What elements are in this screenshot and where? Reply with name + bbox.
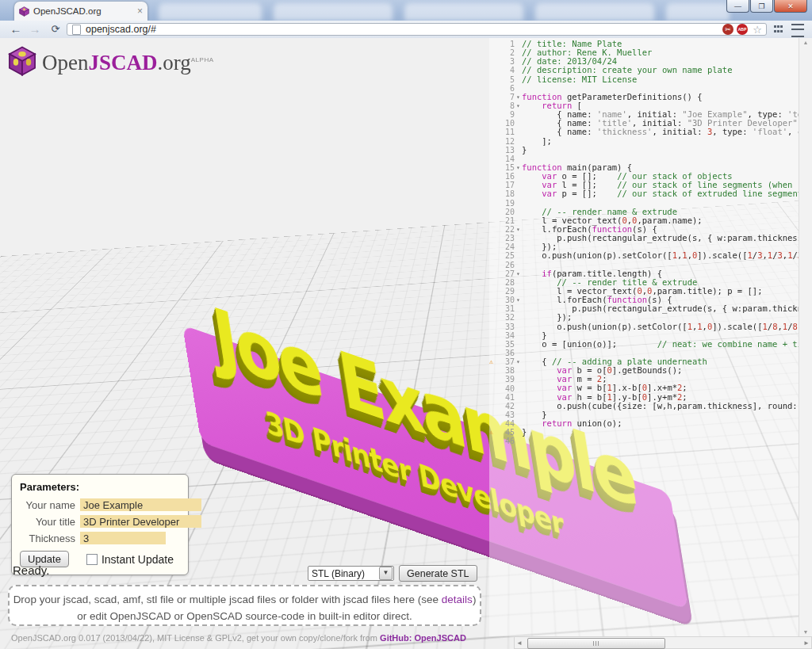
maximize-button[interactable]: ❐ [750,0,773,13]
code-line[interactable]: 12 ]; [489,137,799,146]
line-number: 18 [489,189,515,198]
editor-vertical-scrollbar[interactable]: ▲ ▼ [799,38,812,636]
line-number: 42 [489,402,515,410]
back-button[interactable]: ← [8,21,24,37]
background-tab[interactable] [404,3,523,21]
generate-stl-button[interactable]: Generate STL [399,565,477,582]
code-line[interactable]: 44 return union(o); [489,419,799,428]
background-tab[interactable] [666,3,730,21]
line-number: 3 [489,57,515,66]
line-number: 12 [489,137,515,146]
active-tab[interactable]: OpenJSCAD.org × [14,2,147,21]
line-number: 46 [489,437,515,445]
code-line[interactable]: 11 { name: 'thickness', initial: 3, type… [489,128,799,136]
code-line[interactable]: 46 [489,437,799,445]
fold-arrow-icon[interactable]: ▾ [515,226,522,233]
line-number: 26 [489,261,515,269]
logo-cube-icon [8,46,36,76]
dropdown-arrow-icon[interactable]: ▼ [379,567,393,580]
code-text: { name: 'thickness', initial: 3, type: '… [522,128,799,136]
plugin-block-icon[interactable]: ✂ [722,24,733,35]
fold-arrow-icon[interactable]: ▾ [515,358,522,365]
line-number: 40 [489,384,515,393]
minimize-button[interactable]: — [726,0,749,13]
url-text[interactable]: openjscad.org/# [86,24,719,35]
close-window-button[interactable]: ✕ [774,0,807,13]
background-tab[interactable] [535,3,654,21]
code-line[interactable]: 5// license: MIT License [489,75,799,84]
scroll-up-icon[interactable]: ▲ [799,40,812,45]
code-text: var p = []; // our stack of extruded lin… [522,189,799,198]
warning-icon: ⚠ [489,358,497,366]
details-link[interactable]: details [442,594,473,605]
code-text: o = [union(o)]; // neat: we combine name… [522,340,799,349]
line-number: 14 [489,155,515,163]
reload-button[interactable]: ⟳ [48,21,63,37]
line-number: 4 [489,66,515,74]
code-line[interactable]: 13} [489,146,799,155]
code-text: o.push(union(p).setColor([1,1,0]).scale(… [522,251,799,260]
dropzone-line1: Drop your jscad, scad, amf, stl file or … [10,592,480,609]
line-number: 23 [489,234,515,242]
code-line[interactable]: 26 [489,261,799,269]
drawer-handle[interactable] [0,311,12,367]
fold-arrow-icon[interactable]: ▾ [515,102,522,109]
browser-titlebar: OpenJSCAD.org × — ❐ ✕ [0,0,812,21]
line-number: 15 [489,163,515,172]
line-number: 8 [489,101,515,110]
horizontal-scroll-thumb[interactable] [527,638,665,649]
background-tab[interactable] [159,3,262,21]
fold-arrow-icon[interactable]: ▾ [515,94,522,101]
bookmark-star-icon[interactable]: ☆ [752,24,763,35]
address-bar[interactable]: openjscad.org/# ✂ ABP ☆ [67,23,767,36]
instant-update-checkbox[interactable] [86,554,98,565]
tab-favicon-icon [19,6,29,17]
parameter-label: Thickness [20,533,75,544]
parameter-input-thickness[interactable] [80,532,166,544]
code-text: }); [522,313,572,322]
code-line[interactable]: 25 o.push(union(p).setColor([1,1,0]).sca… [489,251,799,260]
fold-arrow-icon[interactable]: ▾ [515,296,522,304]
line-number: 10 [489,119,515,128]
code-line[interactable]: 32 }); [489,313,799,322]
line-number: 34 [489,331,515,340]
parameter-row: Your name [20,498,180,511]
background-tab[interactable] [274,3,393,21]
editor-horizontal-scrollbar[interactable]: ◄ ► [514,636,812,649]
line-number: 38 [489,366,515,375]
line-number: 43 [489,410,515,419]
adblock-icon[interactable]: ABP [737,24,748,35]
extension-icon[interactable] [774,25,783,34]
format-select-value: STL (Binary) [308,568,379,579]
code-line[interactable]: 35 o = [union(o)]; // neat: we combine n… [489,340,799,349]
dropzone[interactable]: Drop your jscad, scad, amf, stl file or … [8,585,481,626]
code-line[interactable]: 18 var p = []; // our stack of extruded … [489,189,799,198]
menu-icon[interactable] [791,24,804,37]
format-select[interactable]: STL (Binary) ▼ [308,566,394,581]
forward-button[interactable]: → [27,21,43,37]
tab-close-icon[interactable]: × [137,7,143,15]
line-number: 25 [489,251,515,260]
fold-arrow-icon[interactable]: ▾ [515,164,522,171]
line-number: 9 [489,110,515,119]
line-number: 19 [489,199,515,208]
parameter-input-your-name[interactable] [80,498,201,511]
parameters-title: Parameters: [20,481,180,493]
scroll-right-icon[interactable]: ► [803,639,810,647]
line-number: 16 [489,172,515,181]
scroll-left-icon[interactable]: ◄ [516,639,523,647]
scroll-down-icon[interactable]: ▼ [799,629,812,635]
parameter-label: Your name [20,499,75,511]
line-number: 2 [489,48,515,57]
parameters-panel: Parameters: Your nameYour titleThickness… [11,474,189,575]
line-number: 21 [489,216,515,225]
fold-arrow-icon[interactable]: ▾ [515,270,522,277]
github-link[interactable]: GitHub: OpenJSCAD [380,633,466,643]
code-line[interactable]: ⚠45} [489,428,799,437]
line-number: 31 [489,304,515,313]
code-editor[interactable]: 1// title: Name Plate2// author: Rene K.… [489,38,799,636]
parameter-input-your-title[interactable] [80,515,201,528]
viewport[interactable]: Joe Example 3D Printer Developer 1// tit… [0,38,812,649]
code-line[interactable]: 33 o.push(union(p).setColor([1,1,0]).sca… [489,323,799,331]
line-number: 41 [489,393,515,402]
